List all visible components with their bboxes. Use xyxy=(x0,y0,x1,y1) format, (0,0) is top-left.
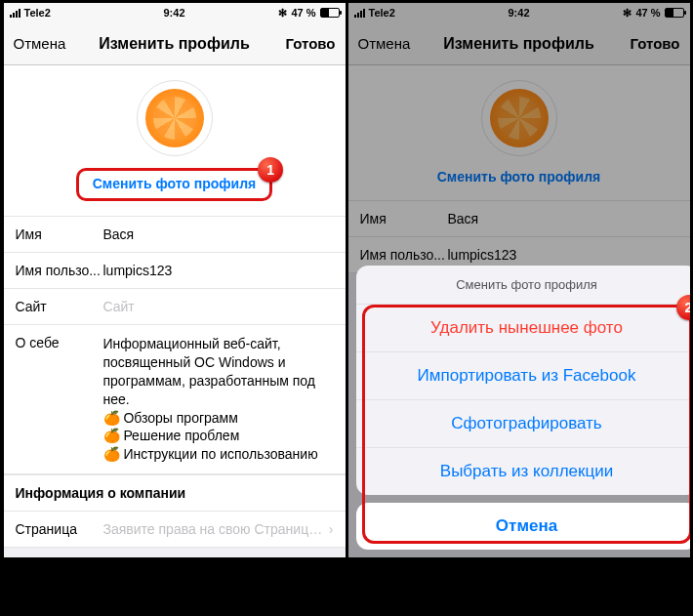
cancel-button[interactable]: Отмена xyxy=(14,35,66,52)
orange-icon xyxy=(145,89,204,147)
name-value[interactable]: Вася xyxy=(103,226,334,242)
name-value[interactable]: Вася xyxy=(448,211,678,226)
status-time: 9:42 xyxy=(4,7,346,19)
battery-icon xyxy=(665,8,684,18)
annotation-badge-1: 1 xyxy=(258,157,283,183)
cancel-button[interactable]: Отмена xyxy=(358,35,411,52)
about-label: О себе xyxy=(16,335,103,350)
page-label: Страница xyxy=(16,521,103,537)
choose-collection-button[interactable]: Выбрать из коллекции xyxy=(356,448,690,495)
site-placeholder[interactable]: Сайт xyxy=(103,299,334,314)
action-sheet-cancel-button[interactable]: Отмена xyxy=(356,503,690,550)
status-bar: Tele2 9:42 ✻ 47 % xyxy=(348,3,690,22)
profile-header: Сменить фото профиля 1 xyxy=(4,65,346,217)
username-label: Имя пользо... xyxy=(16,263,103,278)
phone-left: Tele2 9:42 ✻ 47 % Отмена Изменить профил… xyxy=(4,3,346,557)
username-value[interactable]: lumpics123 xyxy=(103,263,334,278)
action-sheet: Сменить фото профиля Удалить нынешнее фо… xyxy=(356,266,690,550)
company-info-header: Информация о компании xyxy=(4,474,346,512)
phone-right: Tele2 9:42 ✻ 47 % Отмена Изменить профил… xyxy=(348,3,690,557)
change-photo-button[interactable]: Сменить фото профиля xyxy=(93,176,257,191)
import-facebook-button[interactable]: Импортировать из Facebook xyxy=(356,352,690,400)
field-username[interactable]: Имя пользо... lumpics123 xyxy=(4,253,346,289)
nav-bar: Отмена Изменить профиль Готово xyxy=(348,22,690,65)
site-label: Сайт xyxy=(16,299,103,314)
orange-emoji-icon: 🍊 xyxy=(103,410,120,426)
field-about[interactable]: О себе Информационный веб-сайт, посвящен… xyxy=(4,325,346,474)
about-value[interactable]: Информационный веб-сайт, посвященный ОС … xyxy=(103,335,334,464)
delete-photo-button[interactable]: Удалить нынешнее фото xyxy=(356,305,690,352)
name-label: Имя xyxy=(16,226,103,242)
action-sheet-group: Сменить фото профиля Удалить нынешнее фо… xyxy=(356,266,690,495)
orange-emoji-icon: 🍊 xyxy=(103,428,120,443)
change-photo-button[interactable]: Сменить фото профиля xyxy=(437,169,601,185)
battery-icon xyxy=(320,8,340,18)
name-label: Имя xyxy=(360,211,448,226)
orange-icon xyxy=(490,89,549,147)
done-button[interactable]: Готово xyxy=(285,35,335,52)
action-sheet-title: Сменить фото профиля xyxy=(356,266,690,305)
orange-emoji-icon: 🍊 xyxy=(103,446,120,462)
page-placeholder: Заявите права на свою Страницу... xyxy=(103,521,325,537)
username-label: Имя пользо... xyxy=(360,247,448,263)
username-value[interactable]: lumpics123 xyxy=(448,247,678,263)
avatar[interactable] xyxy=(137,80,213,156)
field-name[interactable]: Имя Вася xyxy=(4,217,346,253)
field-name[interactable]: Имя Вася xyxy=(348,201,690,237)
annotation-highlight-1: Сменить фото профиля 1 xyxy=(76,168,273,201)
chevron-right-icon: › xyxy=(329,521,334,537)
nav-bar: Отмена Изменить профиль Готово xyxy=(4,22,346,65)
status-bar: Tele2 9:42 ✻ 47 % xyxy=(4,3,346,22)
avatar[interactable] xyxy=(481,80,557,156)
take-photo-button[interactable]: Сфотографировать xyxy=(356,400,690,448)
field-page[interactable]: Страница Заявите права на свою Страницу.… xyxy=(4,512,346,548)
done-button[interactable]: Готово xyxy=(630,35,679,52)
field-site[interactable]: Сайт Сайт xyxy=(4,289,346,325)
profile-header: Сменить фото профиля xyxy=(348,65,690,201)
status-time: 9:42 xyxy=(348,7,690,19)
